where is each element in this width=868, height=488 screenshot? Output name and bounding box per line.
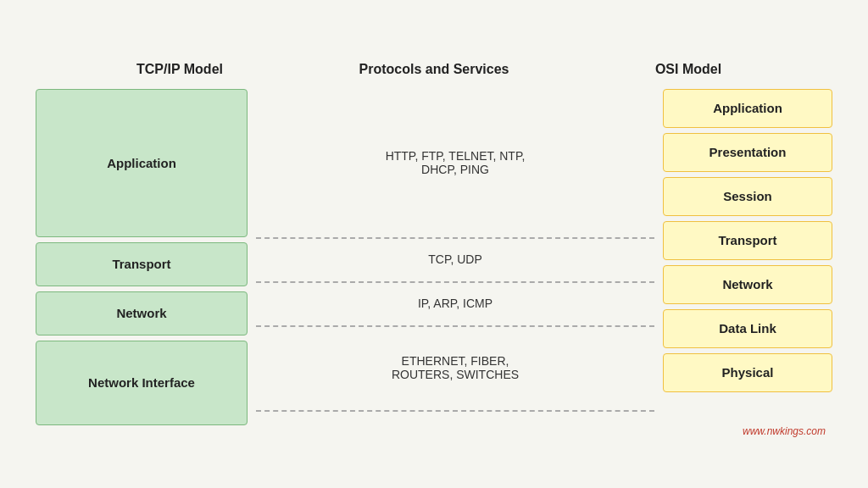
tcpip-transport-box: Transport [36, 242, 248, 286]
dashed-divider-1 [256, 237, 654, 239]
networkinterface-protocols-text: ETHERNET, FIBER, ROUTERS, SWITCHES [392, 354, 519, 381]
application-protocols-section: HTTP, FTP, TELNET, NTP, DHCP, PING [256, 89, 654, 237]
main-grid: Application Transport Network Network In… [36, 89, 832, 435]
protocols-header: Protocols and Services [307, 62, 561, 77]
networkinterface-protocols-section: ETHERNET, FIBER, ROUTERS, SWITCHES [256, 325, 654, 410]
column-headers: TCP/IP Model Protocols and Services OSI … [36, 62, 832, 77]
protocols-column: HTTP, FTP, TELNET, NTP, DHCP, PING TCP, … [256, 89, 654, 435]
osi-presentation-box: Presentation [663, 133, 832, 172]
bottom-space-section [256, 410, 654, 435]
network-protocols-section: IP, ARP, ICMP [256, 281, 654, 325]
tcpip-networkinterface-box: Network Interface [36, 341, 248, 425]
transport-protocols-text: TCP, UDP [428, 252, 482, 266]
transport-protocols-section: TCP, UDP [256, 237, 654, 281]
osi-column: Application Presentation Session Transpo… [654, 89, 832, 435]
osi-header: OSI Model [561, 62, 815, 77]
dashed-divider-3 [256, 325, 654, 327]
osi-network-box: Network [663, 265, 832, 304]
tcpip-column: Application Transport Network Network In… [36, 89, 256, 435]
osi-physical-box: Physical [663, 353, 832, 392]
dashed-divider-2 [256, 281, 654, 283]
tcpip-header: TCP/IP Model [53, 62, 307, 77]
tcpip-network-box: Network [36, 291, 248, 336]
osi-session-box: Session [663, 177, 832, 216]
watermark: www.nwkings.com [743, 425, 826, 437]
osi-datalink-box: Data Link [663, 309, 832, 348]
diagram-container: TCP/IP Model Protocols and Services OSI … [27, 45, 841, 444]
osi-application-box: Application [663, 89, 832, 128]
osi-transport-box: Transport [663, 221, 832, 260]
network-protocols-text: IP, ARP, ICMP [418, 297, 492, 310]
tcpip-application-box: Application [36, 89, 248, 237]
dashed-divider-4 [256, 410, 654, 412]
diagram-wrapper: TCP/IP Model Protocols and Services OSI … [27, 45, 841, 444]
application-protocols-text: HTTP, FTP, TELNET, NTP, DHCP, PING [386, 149, 526, 176]
